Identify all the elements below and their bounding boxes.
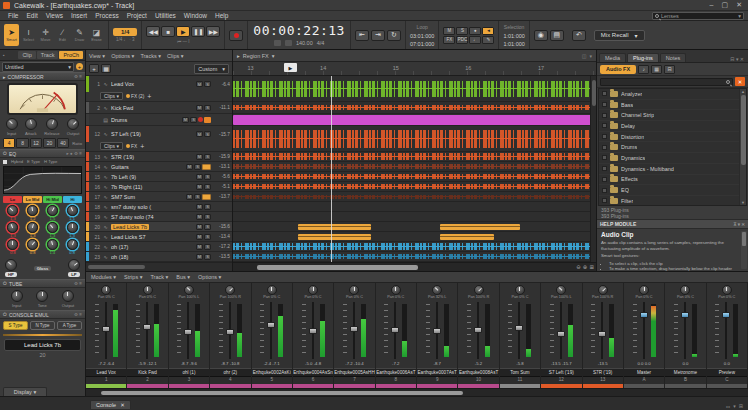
pan-knob[interactable] xyxy=(267,285,277,295)
track-row[interactable]: 15∿7b Left (9)MS-5.6 xyxy=(86,172,232,182)
fx-rack-chip[interactable]: FX xyxy=(126,144,137,149)
audio-clip-segment[interactable] xyxy=(298,234,371,240)
mute-button[interactable]: M xyxy=(196,81,203,87)
undo-icon[interactable]: ↶ xyxy=(572,30,586,41)
power-icon[interactable]: ⏻ xyxy=(3,150,7,157)
output-knob[interactable] xyxy=(67,118,79,130)
track-row[interactable]: 17∿SM7 SumMS-13.7 xyxy=(86,192,232,202)
menu-file[interactable]: File xyxy=(4,12,22,19)
pan-knob[interactable] xyxy=(515,285,525,295)
ratio-12[interactable]: 12 xyxy=(30,138,42,148)
volume-fader[interactable] xyxy=(350,302,358,359)
forward-button[interactable]: ▶▶ xyxy=(206,26,220,37)
track-volume[interactable]: -13.5 xyxy=(213,254,230,259)
console-type-a-type[interactable]: A Type xyxy=(57,321,82,330)
eq-knob-b3-r1[interactable]: 1.5 xyxy=(43,205,63,221)
inspector-track-name[interactable]: Lead Licks 7b xyxy=(4,339,81,351)
mix-module-button-✎[interactable]: ✎ xyxy=(482,36,494,44)
audio-clip-waveform[interactable] xyxy=(233,153,596,160)
now-time-marker[interactable]: ▶ xyxy=(284,63,297,72)
console-strip-5[interactable]: Pan 0% C-2.4 -7.1Erthquke0002AsKi5 xyxy=(252,283,293,388)
smart-tool[interactable]: ➤Smart xyxy=(4,24,19,46)
track-row[interactable]: 1∿Lead VoxMS-6.4Clips ▾FX (2)+ xyxy=(86,76,232,102)
track-name[interactable]: 7b Right (11) xyxy=(111,184,194,190)
gear-icon[interactable]: ⚙ ≡ xyxy=(74,312,82,317)
sort-icon[interactable]: ⊟ xyxy=(664,65,675,74)
inspector-tab-track[interactable]: Track xyxy=(37,51,59,59)
strip-name[interactable]: Erthquke0002AsKi xyxy=(252,368,292,377)
menu-views[interactable]: Views xyxy=(42,12,67,19)
prochannel-preset-dropdown[interactable]: Untitled▾ xyxy=(2,62,74,72)
rewind-button[interactable]: ◀◀ xyxy=(146,26,160,37)
plugin-folder-row[interactable]: Dynamics xyxy=(599,153,746,164)
solo-button[interactable]: S xyxy=(204,224,211,230)
clear-search-button[interactable]: ✕ xyxy=(735,77,745,86)
volume-fader[interactable] xyxy=(474,302,482,359)
track-volume[interactable]: -13.4 xyxy=(213,234,230,239)
metronome-icon[interactable] xyxy=(285,40,292,46)
clip-lane-lead-licks-s7[interactable] xyxy=(233,232,596,242)
lp-filter-button[interactable]: LP xyxy=(68,272,79,277)
track-row[interactable]: 12∿S7 Left ('19)MS-15.7Clips ▾FX+ xyxy=(86,126,232,152)
console-strip-2[interactable]: Pan 0% C-5.9 -12.1Kick Fwd2 xyxy=(127,283,168,388)
clip-lane-lead-vox[interactable] xyxy=(233,76,596,102)
mute-button[interactable]: M xyxy=(196,105,203,111)
pan-knob[interactable] xyxy=(432,285,442,295)
audio-clip-waveform[interactable] xyxy=(233,164,596,169)
track-row[interactable]: 21∿Lead Licks S7MS-13.4 xyxy=(86,232,232,242)
track-name[interactable]: 7b Left (9) xyxy=(111,174,194,180)
tube-input-knob[interactable]: Input xyxy=(11,290,23,308)
track-name[interactable]: Lead Licks S7 xyxy=(111,234,194,240)
audio-clip-segment[interactable] xyxy=(440,224,520,230)
console-hscrollbar[interactable] xyxy=(86,388,748,396)
fader-cap[interactable] xyxy=(226,329,234,335)
selection-start-time[interactable]: 1:01:000 xyxy=(503,33,524,39)
hp-filter-button[interactable]: HP xyxy=(5,272,17,277)
pan-knob[interactable] xyxy=(225,285,235,295)
mute-button[interactable]: M xyxy=(196,174,203,180)
display-tab[interactable]: Display ▾ xyxy=(3,387,47,396)
compressor-output-knob[interactable]: Output xyxy=(67,118,80,136)
solo-button[interactable]: S xyxy=(204,204,211,210)
track-row[interactable]: 14∿GuitarsMS-13.1 xyxy=(86,162,232,172)
meter-value[interactable]: 4/4 xyxy=(317,40,325,46)
menu-project[interactable]: Project xyxy=(123,12,151,19)
solo-button[interactable]: S xyxy=(194,194,201,200)
console-type-n-type[interactable]: N Type xyxy=(30,321,55,330)
strip-name[interactable]: Lead Vox xyxy=(86,368,126,377)
console-menu-track[interactable]: Track ▾ xyxy=(150,274,168,280)
close-button[interactable]: ✕ xyxy=(736,1,742,9)
track-volume[interactable]: -11.1 xyxy=(213,105,230,110)
console-strip-7[interactable]: Pan 0% C-7.2 -10.4Erthquke0005AsHH7 xyxy=(334,283,375,388)
track-row[interactable]: ▤DrumsMS xyxy=(86,114,232,126)
console-strip-12[interactable]: Pan 100% L-13.5 -15.7S7 Left ('19)12 xyxy=(541,283,582,388)
track-row[interactable]: 13∿S7R ('19)MS-15.9 xyxy=(86,152,232,162)
ratio-20[interactable]: 20 xyxy=(43,138,55,148)
zoom-out-icon[interactable]: ⊖ xyxy=(576,264,581,270)
grid-icon[interactable]: ◫ xyxy=(582,53,587,59)
compressor-input-knob[interactable]: Input xyxy=(6,118,18,136)
audio-clip-waveform[interactable] xyxy=(233,81,596,97)
zoom-in-icon[interactable]: ⊕ xyxy=(583,264,588,270)
lp-filter-knob[interactable] xyxy=(68,259,80,271)
snap-resolution[interactable]: 1/4 ♩ · 3 xyxy=(116,37,135,42)
track-name[interactable]: S7 Left ('19) xyxy=(111,131,194,137)
volume-fader[interactable] xyxy=(267,302,275,359)
pan-knob[interactable] xyxy=(308,285,318,295)
console-menu-options[interactable]: Options ▾ xyxy=(198,274,221,280)
track-control-preset-dropdown[interactable]: Custom▾ xyxy=(194,64,229,74)
volume-fader[interactable] xyxy=(640,302,648,359)
tube-module-header[interactable]: ⏻ TUBE ⚙ ≡ xyxy=(0,279,85,288)
fader-cap[interactable] xyxy=(515,325,523,331)
strip-name[interactable]: Tom Sum xyxy=(500,368,540,377)
browser-panel-icons[interactable]: ⊟ ▾ ✕ xyxy=(728,56,746,62)
time-format-icon[interactable] xyxy=(274,40,281,46)
menu-process[interactable]: Process xyxy=(91,12,122,19)
fx-rack-chip[interactable]: FX (2) xyxy=(126,94,144,99)
trackpane-menu-options[interactable]: Options ▾ xyxy=(111,53,134,59)
strip-name[interactable]: Earthquke0006AsT xyxy=(376,368,416,377)
strip-name[interactable]: Earthquke0007AsT xyxy=(417,368,457,377)
close-icon[interactable]: ✕ xyxy=(120,402,125,408)
plugin-folder-row[interactable]: Dynamics - Multiband xyxy=(599,164,746,175)
folder-checkbox[interactable] xyxy=(602,166,607,171)
